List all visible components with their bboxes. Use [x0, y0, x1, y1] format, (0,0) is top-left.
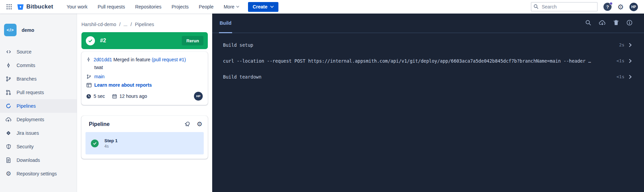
- nav-more-dropdown[interactable]: More: [224, 4, 239, 9]
- bitbucket-logo[interactable]: Bitbucket: [17, 3, 53, 10]
- author-avatar[interactable]: HP: [194, 92, 203, 101]
- clock-icon: [86, 94, 91, 99]
- log-row-text: Build teardown: [223, 74, 610, 80]
- download-logs-cloud-icon[interactable]: [599, 20, 606, 26]
- commit-hash-link[interactable]: 2d01dd1: [94, 57, 112, 62]
- chevron-down-icon: [236, 6, 239, 8]
- notification-dot: [610, 2, 613, 5]
- branch-line: main: [86, 74, 203, 79]
- calendar-icon: [112, 94, 117, 99]
- sidebar-item-label: Deployments: [17, 117, 44, 122]
- branch-link[interactable]: main: [94, 74, 104, 79]
- sidebar-item-label: Downloads: [17, 157, 40, 163]
- log-row-build-setup[interactable]: Build setup 2s: [223, 37, 632, 53]
- pipeline-card-title: Pipeline: [89, 121, 109, 127]
- sidebar-item-commits[interactable]: Commits: [0, 59, 77, 72]
- jira-diamond-icon: [5, 130, 12, 136]
- pipeline-settings-gear-icon[interactable]: ⚙: [197, 121, 202, 127]
- reports-line: Learn more about reports: [86, 82, 203, 88]
- create-button-label: Create: [253, 4, 268, 9]
- breadcrumb-current: Pipelines: [135, 22, 154, 27]
- step-duration: 4s: [104, 144, 118, 149]
- commit-message-line: 2d01dd1 Merged in feature (pull request …: [86, 56, 203, 64]
- user-avatar[interactable]: HP: [629, 3, 638, 11]
- step-name: Step 1: [104, 138, 118, 143]
- repo-name: demo: [22, 27, 34, 33]
- log-rows: Build setup 2s curl --location --request…: [212, 33, 644, 85]
- log-row-build-teardown[interactable]: Build teardown <1s: [223, 69, 632, 85]
- pull-request-link[interactable]: (pull request #1): [152, 57, 186, 62]
- log-row-duration: 2s: [615, 42, 624, 47]
- search-input[interactable]: [531, 2, 598, 12]
- repo-header[interactable]: </> demo: [0, 24, 77, 36]
- tab-build[interactable]: Build: [219, 14, 232, 33]
- nav-projects[interactable]: Projects: [172, 4, 189, 9]
- pipeline-duration: 5 sec: [94, 93, 105, 99]
- learn-more-reports-link[interactable]: Learn more about reports: [94, 82, 152, 88]
- bell-icon[interactable]: [184, 121, 190, 127]
- log-row-text: Build setup: [223, 42, 610, 48]
- sidebar-item-label: Security: [17, 144, 34, 149]
- sidebar-item-repository-settings[interactable]: ⚙ Repository settings: [0, 167, 77, 180]
- nav-repositories[interactable]: Repositories: [135, 4, 162, 9]
- create-button[interactable]: Create: [248, 2, 279, 12]
- primary-nav: Your work Pull requests Repositories Pro…: [67, 4, 239, 9]
- commit-meta-line: 5 sec 12 hours ago HP: [86, 92, 203, 101]
- breadcrumb-separator: /: [130, 22, 132, 27]
- breadcrumb: Harshil-cd-demo / ... / Pipelines: [81, 22, 208, 27]
- log-search-icon[interactable]: [585, 20, 591, 26]
- sidebar-item-downloads[interactable]: Downloads: [0, 153, 77, 167]
- rerun-button[interactable]: Rerun: [182, 36, 203, 45]
- pipeline-step-row[interactable]: Step 1 4s: [85, 132, 204, 154]
- pull-request-icon: [5, 90, 12, 95]
- help-question-icon: ?: [606, 4, 609, 9]
- chevron-right-icon[interactable]: [629, 75, 632, 79]
- breadcrumb-repo[interactable]: Harshil-cd-demo: [81, 22, 116, 27]
- chevron-right-icon[interactable]: [629, 43, 632, 47]
- sidebar-item-pipelines[interactable]: Pipelines: [0, 99, 77, 113]
- pipeline-card-header: Pipeline ⚙: [85, 121, 204, 127]
- sidebar-item-branches[interactable]: Branches: [0, 72, 77, 86]
- trash-icon[interactable]: [613, 20, 619, 26]
- log-row-text: curl --location --request POST https://i…: [223, 58, 610, 64]
- document-icon: [5, 157, 12, 163]
- code-icon: [5, 49, 12, 55]
- sidebar-item-source[interactable]: Source: [0, 45, 77, 59]
- nav-your-work[interactable]: Your work: [67, 4, 88, 9]
- help-button[interactable]: ?: [603, 3, 612, 11]
- cloud-upload-icon: [5, 117, 12, 122]
- step-success-check-icon: [91, 140, 99, 147]
- shield-icon: [5, 144, 12, 149]
- commit-message: 2d01dd1 Merged in feature (pull request …: [94, 56, 186, 64]
- pipeline-steps-card: Pipeline ⚙ Step 1 4s: [81, 116, 208, 159]
- log-tabbar: Build: [212, 14, 644, 33]
- sidebar-item-pull-requests[interactable]: Pull requests: [0, 86, 77, 99]
- chevron-right-icon[interactable]: [629, 59, 632, 63]
- success-check-icon: [86, 36, 95, 45]
- sidebar-item-jira-issues[interactable]: Jira issues: [0, 126, 77, 140]
- info-icon[interactable]: [626, 20, 633, 26]
- log-row-duration: <1s: [615, 74, 624, 79]
- repo-sidebar: </> demo Source Commits Branches P: [0, 14, 77, 192]
- time-ago: 12 hours ago: [119, 93, 147, 99]
- report-icon: [86, 83, 92, 87]
- sidebar-item-label: Repository settings: [17, 171, 57, 176]
- nav-people[interactable]: People: [199, 4, 214, 9]
- sidebar-item-label: Jira issues: [17, 130, 39, 136]
- navbar-right-cluster: ? ⚙ HP: [531, 2, 638, 12]
- app-switcher-icon[interactable]: [5, 2, 14, 11]
- pipeline-result-banner: #2 Rerun: [81, 32, 208, 49]
- log-row-duration: <1s: [615, 58, 624, 63]
- log-toolbar: [585, 13, 633, 33]
- commit-description: twat: [94, 64, 203, 71]
- repo-avatar: </>: [4, 24, 17, 36]
- pipeline-summary-panel: Harshil-cd-demo / ... / Pipelines #2 Rer…: [77, 14, 212, 192]
- sidebar-item-security[interactable]: Security: [0, 140, 77, 153]
- nav-pull-requests[interactable]: Pull requests: [98, 4, 125, 9]
- settings-gear-icon[interactable]: ⚙: [617, 3, 624, 10]
- search-icon: [534, 4, 539, 9]
- sidebar-item-deployments[interactable]: Deployments: [0, 113, 77, 126]
- log-row-curl-command[interactable]: curl --location --request POST https://i…: [223, 53, 632, 69]
- breadcrumb-separator: /: [119, 22, 121, 27]
- breadcrumb-ellipsis[interactable]: ...: [124, 22, 128, 27]
